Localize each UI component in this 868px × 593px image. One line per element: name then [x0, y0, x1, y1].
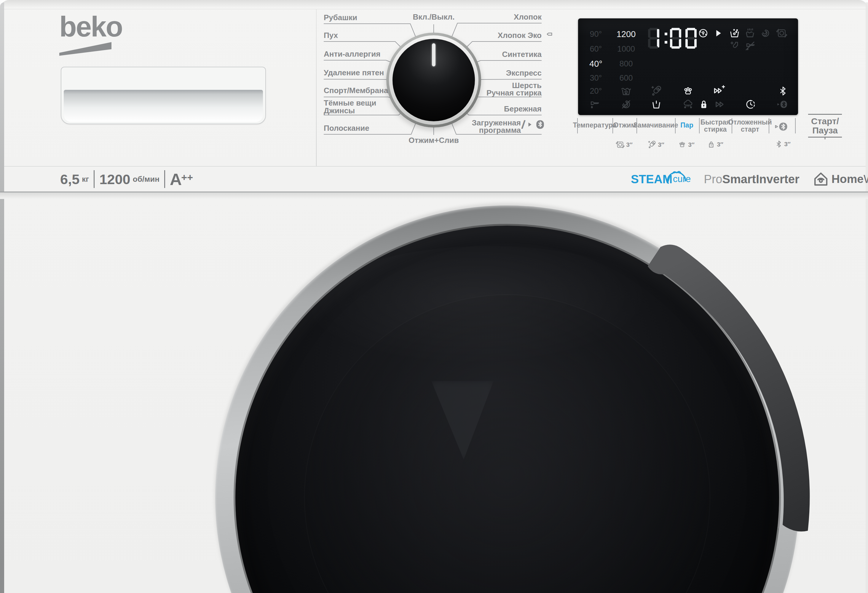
specs-divider — [164, 170, 165, 188]
drum-rotate-icon — [776, 27, 788, 39]
bluetooth-icon — [535, 120, 545, 130]
program-label-spin-drain: Отжим+Слив — [395, 136, 472, 144]
fast-forward-icon — [713, 98, 726, 111]
downloaded-program-icons: / — [522, 118, 545, 130]
button-separator — [795, 118, 796, 133]
machine-left-edge — [0, 2, 4, 593]
cotton-icon — [682, 98, 694, 111]
energy-class: A++ — [170, 170, 193, 189]
program-label-cotton: Хлопок — [444, 13, 542, 21]
steam-arc-icon — [666, 165, 688, 188]
glass-reflection — [311, 246, 667, 371]
capacity-unit: кг — [82, 174, 89, 184]
hold-time: 3″ — [658, 141, 664, 148]
temp-60: 60° — [590, 44, 602, 54]
prosmart-pro: Pro — [704, 173, 722, 186]
panel-bottom-shadow — [0, 192, 868, 199]
bluetooth-on-icon — [778, 86, 788, 96]
homewhiz-house-icon — [813, 171, 829, 187]
hand-wash-icon — [650, 98, 663, 111]
bluetooth-remote-icon — [774, 121, 790, 132]
button-separator — [699, 118, 700, 133]
steamcure-badge: STEAMcure — [631, 173, 691, 186]
start-pause-label: Старт/ Пауза — [808, 117, 842, 135]
start-pause-tick — [825, 137, 825, 139]
spin-600: 600 — [619, 74, 633, 83]
temp-30: 30° — [590, 74, 602, 83]
remote-start-bluetooth-button[interactable] — [774, 121, 790, 132]
energy-plus: ++ — [181, 172, 193, 183]
program-label-shirts: Рубашки — [324, 14, 419, 22]
prosmart-rest: SmartInverter — [722, 173, 800, 186]
machine-right-edge — [866, 2, 868, 593]
soak-button[interactable]: Замачивание — [633, 121, 678, 129]
delayed-start-button[interactable]: Отложенный старт — [728, 118, 772, 133]
detergent-drawer-handle[interactable] — [64, 90, 263, 122]
capacity-value: 6,5 — [60, 171, 80, 187]
spin-spiral-icon — [760, 28, 771, 39]
soak-icon — [728, 27, 741, 40]
temp-90: 90° — [590, 30, 602, 39]
child-lock-icon — [698, 28, 709, 39]
detergent-drawer[interactable] — [61, 67, 266, 124]
homewhiz-whiz: Whiz — [864, 173, 868, 185]
hold-hint-bluetooth: 3″ — [775, 140, 791, 148]
program-label-cotton-eco: Хлопок Эко — [444, 31, 542, 40]
play-icon — [527, 121, 533, 128]
specs-strip: 6,5 кг 1200 об/мин A++ — [60, 168, 193, 190]
delayed-start-clock-icon — [744, 98, 757, 111]
spin-button[interactable]: Отжим — [613, 121, 636, 129]
temp-20: 20° — [590, 87, 602, 96]
spin-800: 800 — [619, 59, 633, 68]
extra-rinse-sock-icon — [729, 40, 741, 52]
fast-plus-icon — [712, 84, 725, 97]
display-panel: 90° 60° 40° 30° 20° 1200 1000 800 600 — [578, 18, 798, 115]
specs-divider — [94, 170, 94, 188]
start-pause-button[interactable]: Старт/ Пауза — [808, 114, 842, 138]
feature-badges: STEAMcure ProSmartInverter HomeWhiz — [631, 168, 868, 190]
program-label-down: Пух — [324, 31, 419, 40]
hold-time: 3″ — [784, 140, 791, 148]
energy-tag-icon — [543, 30, 554, 40]
steam-button[interactable]: Пар — [681, 121, 693, 129]
hold-time: 3″ — [717, 141, 723, 148]
hold-time: 3″ — [688, 141, 695, 148]
panel-seam-horizontal — [4, 166, 866, 167]
hold-hint-pet-hair: 3″ — [678, 140, 695, 149]
running-play-icon — [713, 28, 723, 38]
washing-machine-front: beko Вкл./Выкл. Рубашки Пух Анти-аллерги… — [0, 0, 868, 593]
hold-hint-anti-allergy: 3″ — [647, 140, 664, 149]
rinse-icon — [744, 27, 756, 40]
temperature-button[interactable]: Температура — [573, 121, 616, 129]
water-off-icon — [744, 40, 756, 52]
spin-1000: 1000 — [617, 44, 635, 54]
hold-hint-child-lock: 3″ — [707, 140, 723, 149]
brand-logo: beko — [59, 12, 122, 56]
anti-allergy-pill-icon — [650, 85, 663, 97]
time-display — [648, 28, 701, 50]
spin-1200-selected: 1200 — [617, 30, 636, 39]
wash-care-tub-icon — [620, 85, 632, 97]
temp-40-selected: 40° — [589, 59, 602, 69]
pet-hair-paw-icon — [682, 84, 695, 98]
program-dial-indicator — [432, 43, 435, 67]
key-lock-icon — [698, 98, 710, 110]
prosmartinverter-badge: ProSmartInverter — [704, 173, 799, 186]
spin-value: 1200 — [99, 171, 130, 187]
hold-time: 3″ — [626, 141, 633, 148]
energy-letter: A — [170, 170, 181, 189]
brand-logo-swoosh — [59, 42, 111, 56]
hold-hint-drum-clean: 3″ — [616, 140, 633, 149]
program-label-rinse: Полоскание — [324, 124, 419, 132]
spin-unit: об/мин — [133, 174, 159, 184]
cold-water-tap-icon — [589, 98, 600, 110]
brand-logo-text: beko — [59, 12, 122, 41]
slash-separator: / — [521, 118, 526, 130]
quick-wash-button[interactable]: Быстрая стирка — [701, 118, 731, 133]
bluetooth-start-icon — [776, 98, 788, 111]
homewhiz-home: Home — [831, 173, 864, 185]
homewhiz-badge: HomeWhiz — [813, 171, 868, 187]
program-dial[interactable] — [386, 33, 481, 127]
no-spin-icon — [620, 98, 632, 110]
